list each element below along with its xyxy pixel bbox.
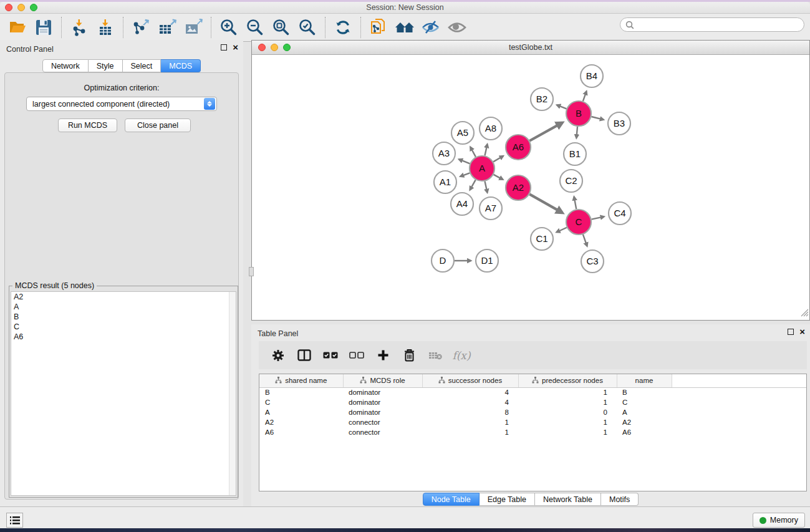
graph-node-C3[interactable]: C3	[581, 250, 604, 273]
home-icon[interactable]	[393, 16, 416, 39]
graph-node-A6[interactable]: A6	[506, 135, 531, 160]
graph-edge-A-A8[interactable]	[485, 144, 487, 155]
deselect-all-checkboxes-icon[interactable]	[347, 346, 366, 365]
import-network-icon[interactable]	[68, 16, 90, 39]
cell-name[interactable]: A6	[617, 427, 672, 437]
graph-node-C1[interactable]: C1	[531, 228, 553, 250]
cell-successor-nodes[interactable]: 1	[422, 417, 518, 427]
cell-predecessor-nodes[interactable]: 1	[518, 387, 617, 397]
graph-edge-A-A2[interactable]	[494, 175, 503, 180]
table-row[interactable]: A2connector11A2	[259, 417, 806, 427]
graph-node-D1[interactable]: D1	[476, 249, 498, 272]
refresh-icon[interactable]	[332, 16, 354, 39]
graph-node-A[interactable]: A	[470, 156, 494, 181]
tab-network-table[interactable]: Network Table	[535, 493, 601, 506]
save-icon[interactable]	[32, 16, 55, 39]
mcds-result-item[interactable]: A2	[11, 292, 236, 302]
tab-network[interactable]: Network	[42, 59, 89, 72]
network-from-document-icon[interactable]	[367, 16, 390, 39]
cell-successor-nodes[interactable]: 4	[422, 387, 518, 397]
graph-node-A8[interactable]: A8	[480, 117, 502, 140]
cell-mcds-role[interactable]: dominator	[343, 397, 422, 407]
node-table[interactable]: shared nameMCDS rolesuccessor nodesprede…	[259, 374, 807, 491]
table-row[interactable]: Bdominator41B	[259, 387, 806, 397]
cell-shared-name[interactable]: A6	[259, 427, 343, 437]
export-table-icon[interactable]	[156, 16, 178, 39]
table-row[interactable]: Adominator80A	[259, 407, 806, 417]
zoom-selected-icon[interactable]	[296, 16, 319, 39]
table-row[interactable]: A6connector11A6	[259, 427, 806, 437]
delete-column-icon[interactable]	[400, 346, 418, 365]
cell-successor-nodes[interactable]: 8	[422, 407, 518, 417]
open-folder-icon[interactable]	[6, 16, 29, 39]
graph-edge-B-B3[interactable]	[591, 117, 603, 120]
graph-node-B1[interactable]: B1	[564, 143, 586, 165]
cell-successor-nodes[interactable]: 1	[422, 427, 518, 437]
tab-motifs[interactable]: Motifs	[601, 493, 639, 506]
cell-name[interactable]: C	[617, 397, 672, 407]
graph-edge-A-A4[interactable]	[470, 180, 476, 190]
close-table-panel-icon[interactable]: ×	[799, 329, 805, 335]
graph-node-C4[interactable]: C4	[609, 202, 631, 225]
memory-button[interactable]: Memory	[753, 513, 805, 528]
graph-edge-C-C1[interactable]	[557, 228, 567, 232]
graph-edge-B-B4[interactable]	[583, 91, 587, 101]
close-panel-icon[interactable]: ×	[233, 44, 238, 51]
graph-edge-B-B1[interactable]	[576, 127, 577, 138]
show-details-icon[interactable]	[446, 16, 468, 39]
float-table-panel-icon[interactable]	[788, 329, 794, 335]
graph-node-A3[interactable]: A3	[433, 142, 455, 165]
table-row[interactable]: Cdominator41C	[259, 397, 806, 407]
cell-predecessor-nodes[interactable]: 1	[518, 417, 617, 427]
add-column-icon[interactable]	[374, 346, 392, 365]
mcds-result-item[interactable]: A	[11, 302, 236, 312]
tab-edge-table[interactable]: Edge Table	[480, 493, 535, 506]
graph-node-A7[interactable]: A7	[480, 197, 502, 220]
select-all-checkboxes-icon[interactable]	[321, 346, 340, 365]
settings-gear-icon[interactable]	[269, 346, 287, 365]
graph-edge-A-A3[interactable]	[459, 159, 470, 163]
column-header-shared-name[interactable]: shared name	[259, 374, 343, 387]
graph-edge-A2-C[interactable]	[529, 194, 562, 213]
export-network-icon[interactable]	[130, 16, 152, 39]
hide-details-icon[interactable]	[420, 16, 442, 39]
columns-icon[interactable]	[295, 346, 314, 365]
optimization-criterion-select[interactable]: largest connected component (directed)	[26, 97, 217, 111]
tab-node-table[interactable]: Node Table	[423, 493, 480, 506]
run-mcds-button[interactable]: Run MCDS	[58, 118, 117, 132]
graph-node-A5[interactable]: A5	[451, 122, 474, 144]
cell-predecessor-nodes[interactable]: 1	[518, 427, 617, 437]
column-header-successor-nodes[interactable]: successor nodes	[422, 374, 518, 387]
zoom-out-icon[interactable]	[244, 16, 266, 39]
tab-select[interactable]: Select	[123, 59, 162, 72]
scrollbar-track[interactable]	[229, 292, 236, 495]
graph-edge-C-C2[interactable]	[574, 196, 577, 209]
graph-node-B3[interactable]: B3	[608, 112, 630, 135]
graph-edge-B-B2[interactable]	[557, 105, 566, 109]
export-image-icon[interactable]	[182, 16, 205, 39]
graph-node-A1[interactable]: A1	[434, 171, 456, 193]
cell-mcds-role[interactable]: connector	[343, 417, 422, 427]
function-builder-icon[interactable]: f(x)	[452, 346, 471, 365]
cell-mcds-role[interactable]: connector	[343, 427, 422, 437]
graph-node-B2[interactable]: B2	[531, 88, 553, 110]
column-header-name[interactable]: name	[617, 374, 672, 387]
mcds-result-item[interactable]: B	[11, 312, 236, 322]
cell-predecessor-nodes[interactable]: 0	[518, 407, 617, 417]
graph-edge-A6-B[interactable]	[529, 123, 562, 141]
split-pane-handle[interactable]	[249, 267, 254, 276]
import-table-icon[interactable]	[94, 16, 117, 39]
delete-table-icon[interactable]	[426, 346, 445, 365]
graph-node-A2[interactable]: A2	[506, 175, 531, 200]
graph-node-D[interactable]: D	[432, 249, 454, 272]
graph-edge-A-A7[interactable]	[485, 181, 487, 193]
graph-edge-C-C4[interactable]	[592, 216, 604, 219]
cell-shared-name[interactable]: C	[259, 397, 343, 407]
cell-mcds-role[interactable]: dominator	[343, 407, 422, 417]
graph-edge-C-C3[interactable]	[583, 235, 587, 246]
cell-shared-name[interactable]: A	[259, 407, 343, 417]
tab-mcds[interactable]: MCDS	[161, 59, 201, 72]
tab-style[interactable]: Style	[89, 59, 123, 72]
cell-name[interactable]: A2	[617, 417, 672, 427]
graph-edge-A-A5[interactable]	[470, 147, 476, 157]
